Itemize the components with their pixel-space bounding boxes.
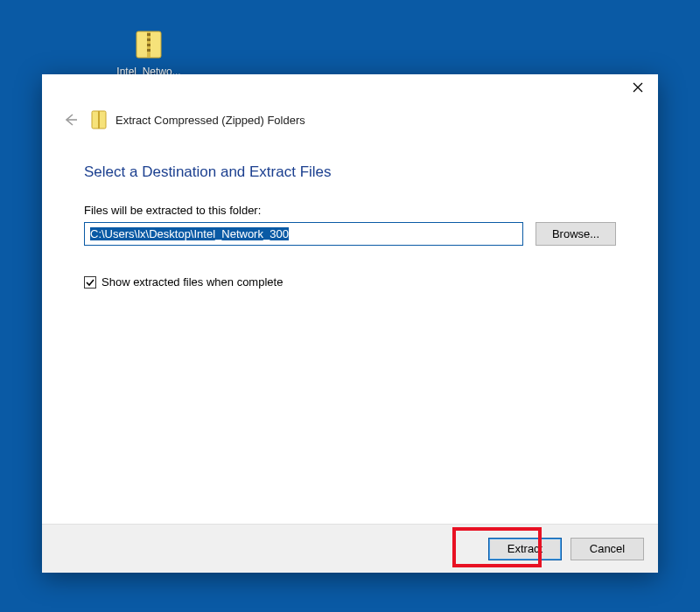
checkmark-icon bbox=[86, 278, 94, 287]
close-icon bbox=[633, 82, 643, 93]
destination-path-input[interactable] bbox=[84, 222, 523, 246]
close-button[interactable] bbox=[618, 74, 658, 101]
zip-folder-icon bbox=[91, 110, 107, 129]
dialog-title: Extract Compressed (Zipped) Folders bbox=[116, 114, 305, 127]
dialog-footer: Extract Cancel bbox=[42, 524, 658, 573]
extract-button[interactable]: Extract bbox=[488, 538, 562, 560]
svg-rect-4 bbox=[147, 44, 150, 46]
show-files-checkbox-label: Show extracted files when complete bbox=[102, 275, 283, 289]
svg-rect-2 bbox=[147, 33, 150, 36]
instruction-heading: Select a Destination and Extract Files bbox=[84, 163, 616, 181]
zip-folder-icon bbox=[131, 26, 166, 61]
back-arrow-icon bbox=[61, 111, 79, 129]
svg-rect-10 bbox=[98, 111, 100, 129]
extract-dialog: Extract Compressed (Zipped) Folders Sele… bbox=[42, 74, 658, 573]
svg-rect-3 bbox=[147, 38, 150, 41]
path-row: Browse... bbox=[84, 222, 616, 246]
show-files-checkbox[interactable] bbox=[84, 276, 96, 289]
dialog-content: Select a Destination and Extract Files F… bbox=[42, 143, 658, 524]
path-label: Files will be extracted to this folder: bbox=[84, 204, 616, 217]
titlebar bbox=[42, 74, 658, 104]
header-row: Extract Compressed (Zipped) Folders bbox=[42, 104, 658, 143]
cancel-button[interactable]: Cancel bbox=[570, 538, 644, 560]
browse-button[interactable]: Browse... bbox=[536, 222, 616, 246]
desktop-zip-icon[interactable]: Intel_Netwo... bbox=[114, 26, 184, 78]
back-button[interactable] bbox=[58, 108, 82, 132]
show-files-checkbox-row: Show extracted files when complete bbox=[84, 275, 616, 289]
svg-rect-5 bbox=[147, 49, 150, 52]
